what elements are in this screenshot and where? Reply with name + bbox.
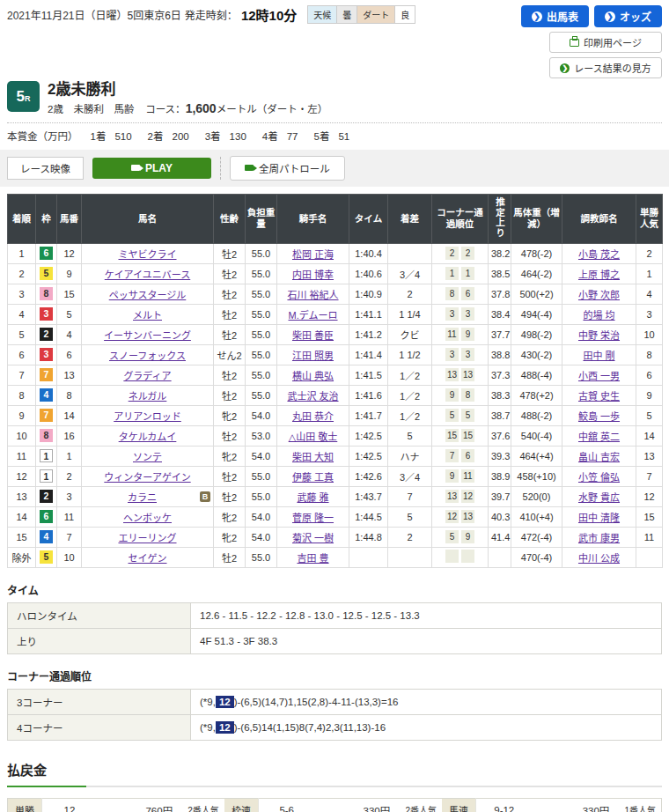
jockey-name-link[interactable]: △山田 敬士 bbox=[289, 432, 338, 442]
play-button[interactable]: PLAY bbox=[92, 158, 211, 179]
sex-age: 牡2 bbox=[214, 243, 246, 263]
jockey-name-link[interactable]: 吉田 豊 bbox=[297, 553, 328, 564]
jockey-name-link[interactable]: 江田 照男 bbox=[292, 351, 334, 361]
time-row: ハロンタイム12.6 - 11.5 - 12.2 - 12.8 - 13.0 -… bbox=[8, 602, 662, 628]
date-line: 2021年11月21日（日曜）5回東京6日 bbox=[7, 7, 181, 22]
trainer-name-link[interactable]: 的場 均 bbox=[583, 310, 614, 321]
jockey-name-link[interactable]: 伊藤 工真 bbox=[292, 472, 334, 483]
horse-name-link[interactable]: グラディア bbox=[123, 371, 171, 381]
corner-positions: 1312 bbox=[432, 486, 489, 506]
corner-positions: 911 bbox=[432, 466, 489, 486]
horse-name-link[interactable]: ケイアイユニバース bbox=[105, 269, 190, 280]
frame-badge: 4 bbox=[40, 388, 53, 402]
jockey-name-link[interactable]: M.デムーロ bbox=[289, 310, 338, 321]
print-page-button[interactable]: 印刷用ページ bbox=[549, 32, 662, 53]
horse-name-link[interactable]: ミヤビクライ bbox=[119, 249, 177, 260]
jockey-name-link[interactable]: 菊沢 一樹 bbox=[292, 533, 334, 543]
trainer-name-link[interactable]: 中川 公成 bbox=[578, 553, 620, 564]
horse-name-link[interactable]: セイゲン bbox=[129, 553, 167, 564]
horse-name-link[interactable]: ウィンターアゲイン bbox=[104, 472, 190, 483]
time-table: ハロンタイム12.6 - 11.5 - 12.2 - 12.8 - 13.0 -… bbox=[7, 602, 662, 654]
finish-position: 13 bbox=[8, 486, 36, 506]
horse-name: カラニB bbox=[82, 486, 214, 506]
results-column-header: 性齢 bbox=[214, 194, 246, 243]
frame-badge: 8 bbox=[40, 429, 53, 442]
trainer-name-link[interactable]: 水野 貴広 bbox=[578, 492, 620, 503]
trainer-name-link[interactable]: 鮫島 一歩 bbox=[578, 411, 620, 422]
horse-name-link[interactable]: アリアンロッド bbox=[114, 411, 181, 422]
corner-position-box: 2 bbox=[461, 247, 474, 260]
horse-name-link[interactable]: カラニ bbox=[128, 492, 157, 503]
margin: 1 1/4 bbox=[388, 304, 432, 324]
corner-position-box: 11 bbox=[445, 328, 459, 341]
horse-name-link[interactable]: タケルカムイ bbox=[119, 432, 177, 442]
jockey-name: 江田 照男 bbox=[277, 344, 349, 365]
trainer-name-link[interactable]: 小島 茂之 bbox=[578, 249, 620, 260]
finish-time: 1:41.6 bbox=[349, 385, 388, 405]
jockey-name-link[interactable]: 石川 裕紀人 bbox=[287, 290, 338, 300]
trainer-name-link[interactable]: 中舘 英二 bbox=[578, 432, 620, 442]
trainer-name-link[interactable]: 上原 博之 bbox=[578, 269, 620, 280]
horse-name-link[interactable]: ソンテ bbox=[133, 452, 162, 462]
corner-position-box: 9 bbox=[445, 388, 459, 402]
result-row: 1212ウィンターアゲイン牡255.0伊藤 工真1:42.63／491138.9… bbox=[8, 466, 663, 486]
patrol-video-button[interactable]: 全周パトロール bbox=[230, 156, 345, 181]
chevron-circle-icon: ❯ bbox=[605, 11, 615, 22]
trainer-name-link[interactable]: 小野 次郎 bbox=[578, 290, 620, 300]
trainer-name-link[interactable]: 小笠 倫弘 bbox=[578, 472, 620, 483]
jockey-name-link[interactable]: 菅原 隆一 bbox=[292, 513, 334, 523]
jockey-name-link[interactable]: 武藤 雅 bbox=[297, 492, 328, 503]
horse-name-link[interactable]: ヘンボッケ bbox=[123, 513, 172, 523]
chevron-circle-icon: ❯ bbox=[560, 63, 570, 73]
trainer-name-link[interactable]: 田中 剛 bbox=[583, 351, 614, 361]
trainer-name-link[interactable]: 古賀 史生 bbox=[578, 391, 620, 402]
sex-age: 牝2 bbox=[214, 506, 246, 527]
time-row-label: 上り bbox=[8, 628, 191, 653]
jockey-name-link[interactable]: 武士沢 友治 bbox=[287, 391, 338, 402]
trainer-name-link[interactable]: 畠山 吉宏 bbox=[578, 452, 620, 462]
horse-number: 9 bbox=[57, 263, 82, 284]
prize-items: 1着5102着2003着1304着775着51 bbox=[91, 129, 366, 143]
result-guide-button[interactable]: ❯ レース結果の見方 bbox=[549, 57, 662, 78]
horse-weight: 478(-2) bbox=[511, 243, 562, 263]
corner-position-box: 6 bbox=[461, 287, 474, 300]
jockey-name-link[interactable]: 丸田 恭介 bbox=[292, 411, 334, 422]
corner-position-box: 9 bbox=[461, 328, 474, 341]
carried-weight: 55.0 bbox=[246, 344, 277, 365]
jockey-name: 武藤 雅 bbox=[277, 486, 349, 506]
trainer-name-link[interactable]: 小西 一男 bbox=[578, 371, 620, 381]
jockey-name: 武士沢 友治 bbox=[277, 385, 349, 405]
frame-number: 3 bbox=[36, 344, 57, 365]
carried-weight: 55.0 bbox=[246, 243, 277, 263]
corner-position-box: 7 bbox=[445, 449, 459, 462]
jockey-name: 石川 裕紀人 bbox=[277, 284, 349, 304]
jockey-name-link[interactable]: 横山 典弘 bbox=[292, 371, 334, 381]
horse-weight: 488(-4) bbox=[511, 365, 562, 385]
horse-name-link[interactable]: ネルガル bbox=[129, 391, 167, 402]
trainer-name-link[interactable]: 武市 康男 bbox=[578, 533, 620, 543]
odds-button[interactable]: ❯ オッズ bbox=[594, 5, 662, 27]
finish-position: 9 bbox=[8, 405, 36, 425]
trainer-name-link[interactable]: 田中 清隆 bbox=[578, 513, 620, 523]
jockey-name-link[interactable]: 柴田 善臣 bbox=[292, 330, 334, 341]
corner-position-box: 3 bbox=[445, 307, 459, 321]
horse-name-link[interactable]: イーサンバーニング bbox=[104, 330, 191, 341]
shutsuba-button[interactable]: ❯ 出馬表 bbox=[521, 5, 589, 27]
corner-positions: 1515 bbox=[432, 425, 489, 446]
margin: 7 bbox=[388, 486, 432, 506]
trainer-name-link[interactable]: 中野 栄治 bbox=[578, 330, 620, 341]
jockey-name-link[interactable]: 内田 博幸 bbox=[292, 269, 334, 280]
horse-number: 1 bbox=[57, 446, 82, 466]
jockey-name-link[interactable]: 松岡 正海 bbox=[292, 249, 334, 260]
jockey-name: 松岡 正海 bbox=[277, 243, 349, 263]
corner-position-box: 12 bbox=[445, 510, 459, 523]
time-row: 上り4F 51.3 - 3F 38.3 bbox=[8, 628, 662, 653]
horse-name-link[interactable]: メルト bbox=[133, 310, 162, 321]
trainer-name: 小西 一男 bbox=[562, 365, 636, 385]
trainer-name: 中野 栄治 bbox=[562, 324, 636, 344]
trainer-name: 畠山 吉宏 bbox=[562, 446, 636, 466]
jockey-name-link[interactable]: 柴田 大知 bbox=[292, 452, 334, 462]
horse-name-link[interactable]: スノーフォックス bbox=[109, 351, 186, 361]
horse-name-link[interactable]: エリーリング bbox=[119, 533, 177, 543]
horse-name-link[interactable]: ペッサスタージル bbox=[109, 290, 187, 300]
